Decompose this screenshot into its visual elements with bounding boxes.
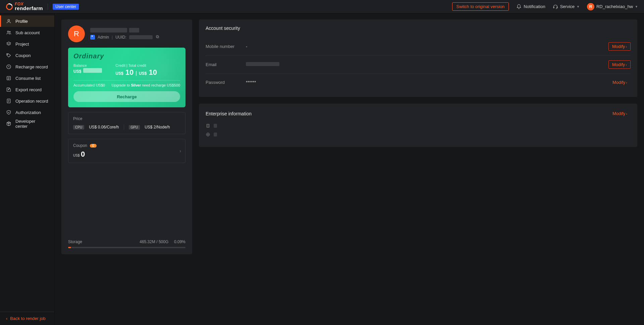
chevron-right-icon: › bbox=[626, 80, 627, 85]
divider bbox=[124, 124, 124, 130]
storage-usage: 465.32M / 500G bbox=[140, 239, 168, 244]
sidebar-item-label: Operation record bbox=[15, 99, 48, 104]
chevron-right-icon: › bbox=[626, 63, 627, 67]
copy-icon[interactable] bbox=[155, 35, 160, 40]
storage-bar-fill bbox=[68, 247, 71, 248]
logo-icon bbox=[5, 2, 14, 11]
security-row-value bbox=[246, 62, 608, 67]
sidebar-item-label: Consume list bbox=[15, 76, 41, 81]
balance-label: Balance bbox=[73, 63, 102, 67]
storage-percent: 0.09% bbox=[174, 239, 185, 244]
svg-rect-1 bbox=[557, 7, 557, 8]
sidebar-item-recharge-record[interactable]: Recharge record bbox=[0, 61, 54, 72]
sidebar-item-coupon[interactable]: Coupon bbox=[0, 50, 54, 61]
sidebar-item-label: Profile bbox=[15, 19, 28, 24]
security-row-value: - bbox=[246, 44, 608, 49]
cpu-price: US$ 0.06/Core/h bbox=[89, 125, 119, 129]
tag-icon bbox=[6, 53, 11, 58]
username-redacted bbox=[90, 28, 160, 33]
storage-label: Storage bbox=[68, 239, 82, 244]
coupon-title: Coupon bbox=[73, 143, 87, 148]
upgrade-row: Accumulated US$0 Upgrade to Silver need … bbox=[73, 83, 180, 87]
profile-panel: R Admin | UUID: bbox=[61, 19, 192, 254]
notification-label: Notification bbox=[524, 4, 545, 9]
logo[interactable]: FOX renderfarm bbox=[6, 2, 43, 11]
security-row-value: ****** bbox=[246, 80, 609, 85]
sidebar-item-label: Authorization bbox=[15, 110, 41, 115]
balance-card: Ordinary Balance US$ Credit | Total cred… bbox=[68, 48, 185, 107]
sidebar-item-profile[interactable]: Profile bbox=[0, 15, 54, 27]
accumulated-label: Accumulated US$0 bbox=[73, 83, 105, 87]
price-card: Price CPU US$ 0.06/Core/h GPU US$ 2/Node… bbox=[68, 112, 185, 134]
email-redacted bbox=[246, 62, 279, 66]
layers-icon bbox=[6, 41, 11, 47]
modify-label: Modify bbox=[612, 62, 625, 67]
role-row: Admin | UUID: bbox=[90, 35, 160, 40]
modify-enterprise-button[interactable]: Modify › bbox=[609, 110, 631, 117]
svg-rect-9 bbox=[157, 36, 159, 38]
svg-point-3 bbox=[7, 31, 9, 32]
coupon-header: Coupon 0 bbox=[73, 143, 180, 148]
users-icon bbox=[6, 30, 11, 35]
back-to-render-job[interactable]: ‹ Back to render job bbox=[0, 312, 54, 325]
price-row: CPU US$ 0.06/Core/h GPU US$ 2/Node/h bbox=[73, 124, 180, 130]
divider bbox=[48, 4, 48, 10]
recharge-button[interactable]: Recharge bbox=[73, 91, 180, 102]
service-label: Service bbox=[560, 4, 575, 9]
coupon-count-badge: 0 bbox=[90, 144, 97, 148]
balance-currency: US$ bbox=[73, 69, 81, 74]
uuid-label: UUID: bbox=[115, 35, 126, 40]
left-column: R Admin | UUID: bbox=[61, 19, 192, 319]
user-icon bbox=[6, 18, 11, 24]
uuid-redacted bbox=[129, 35, 153, 39]
divider bbox=[73, 80, 180, 80]
svg-point-2 bbox=[8, 19, 9, 21]
sidebar-item-consume-list[interactable]: Consume list bbox=[0, 72, 54, 84]
export-icon bbox=[6, 87, 11, 92]
modify-mobile-button[interactable]: Modify › bbox=[608, 42, 631, 51]
switch-version-button[interactable]: Switch to original version bbox=[452, 2, 509, 11]
security-title: Account security bbox=[206, 25, 631, 31]
location-icon bbox=[206, 132, 210, 137]
enterprise-location-row bbox=[206, 132, 631, 137]
chevron-down-icon: ▼ bbox=[577, 5, 580, 8]
user-center-badge[interactable]: User center bbox=[53, 4, 79, 10]
cube-icon bbox=[6, 121, 11, 126]
sidebar-nav: Profile Sub account Project Coupon Recha… bbox=[0, 13, 54, 312]
avatar-small: R bbox=[587, 3, 594, 10]
sidebar-item-authorization[interactable]: Authorization bbox=[0, 107, 54, 118]
layout: Profile Sub account Project Coupon Recha… bbox=[0, 13, 644, 325]
balance-redacted bbox=[83, 68, 102, 73]
security-row-mobile: Mobile number - Modify › bbox=[206, 38, 631, 56]
credit-currency: US$ bbox=[115, 71, 123, 76]
content: R Admin | UUID: bbox=[55, 13, 644, 325]
credit-value: 10 bbox=[125, 68, 133, 77]
security-row-label: Password bbox=[206, 80, 246, 85]
total-credit-currency: US$ bbox=[139, 71, 147, 76]
chevron-down-icon: ▼ bbox=[635, 5, 638, 8]
sidebar-item-export-record[interactable]: Export record bbox=[0, 84, 54, 95]
modify-label: Modify bbox=[612, 111, 625, 116]
coupon-card[interactable]: Coupon 0 US$ 0 › bbox=[68, 139, 185, 163]
sidebar-item-label: Sub account bbox=[15, 30, 40, 35]
sidebar-item-developer-center[interactable]: Developer center bbox=[0, 118, 54, 129]
sidebar-item-label: Coupon bbox=[15, 53, 31, 58]
chevron-right-icon: › bbox=[179, 148, 181, 154]
modify-email-button[interactable]: Modify › bbox=[608, 60, 631, 69]
sidebar-item-sub-account[interactable]: Sub account bbox=[0, 27, 54, 38]
modify-label: Modify bbox=[612, 80, 625, 85]
sidebar-item-label: Project bbox=[15, 42, 29, 47]
sidebar-item-project[interactable]: Project bbox=[0, 38, 54, 50]
credit-label: Credit | Total credit bbox=[115, 63, 157, 67]
gpu-price: US$ 2/Node/h bbox=[145, 125, 170, 129]
service-item[interactable]: Service ▼ bbox=[553, 4, 580, 9]
security-row-password: Password ****** Modify › bbox=[206, 74, 631, 91]
clock-icon bbox=[6, 64, 11, 69]
enterprise-value-redacted bbox=[214, 132, 217, 137]
sidebar-item-operation-record[interactable]: Operation record bbox=[0, 95, 54, 107]
notification-item[interactable]: Notification bbox=[516, 4, 545, 9]
user-menu[interactable]: R RD_rachelxiao_hw ▼ bbox=[587, 3, 638, 10]
avatar-large: R bbox=[68, 25, 85, 42]
security-row-label: Email bbox=[206, 62, 246, 67]
modify-password-button[interactable]: Modify › bbox=[609, 78, 631, 86]
